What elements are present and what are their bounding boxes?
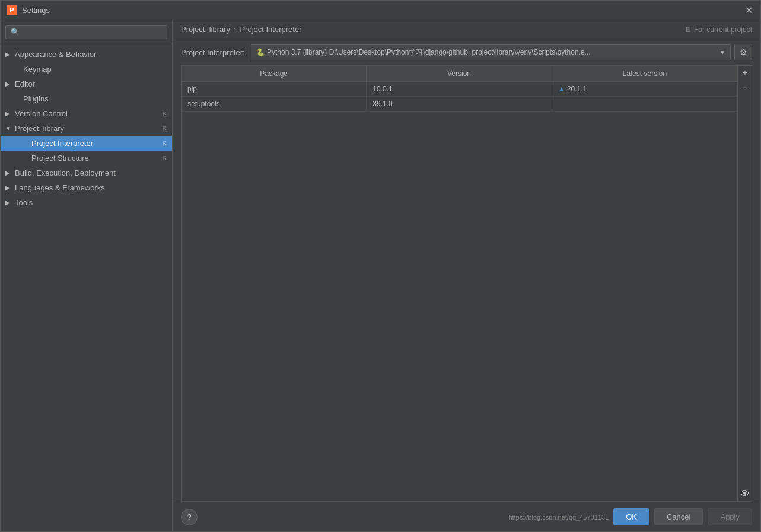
sidebar-item-appearance[interactable]: ▶Appearance & Behavior [1, 47, 172, 62]
sidebar-item-build-execution[interactable]: ▶Build, Execution, Deployment [1, 165, 172, 180]
bottom-bar: ? https://blog.csdn.net/qq_45701131 OK C… [173, 502, 760, 531]
sidebar-arrow-icon: ▶ [5, 110, 14, 117]
sidebar-arrow-icon: ▶ [5, 51, 14, 58]
url-bar: https://blog.csdn.net/qq_45701131 [508, 514, 609, 521]
copy-icon: ⎘ [163, 155, 167, 162]
sidebar-arrow-icon: ▶ [5, 170, 14, 176]
interpreter-settings-button[interactable]: ⚙ [734, 44, 752, 60]
sidebar-item-tools[interactable]: ▶Tools [1, 195, 172, 210]
apply-button[interactable]: Apply [708, 508, 752, 525]
column-latest: Latest version [552, 66, 737, 81]
sidebar-item-project-interpreter[interactable]: Project Interpreter⎘ [1, 136, 172, 151]
sidebar-arrow-icon: ▼ [5, 125, 14, 132]
svg-text:P: P [9, 7, 14, 14]
badge-text: For current project [694, 26, 752, 34]
sidebar-item-label: Appearance & Behavior [15, 50, 167, 59]
copy-icon: ⎘ [163, 125, 167, 132]
sidebar-item-label: Keymap [23, 65, 167, 74]
sidebar-item-label: Tools [15, 198, 167, 207]
badge-icon: 🖥 [684, 26, 692, 34]
latest-version-cell [552, 97, 737, 111]
sidebar-item-keymap[interactable]: Keymap [1, 62, 172, 77]
table-row[interactable]: setuptools39.1.0 [182, 97, 737, 112]
sidebar-item-languages-frameworks[interactable]: ▶Languages & Frameworks [1, 180, 172, 195]
sidebar-item-editor[interactable]: ▶Editor [1, 77, 172, 91]
sidebar-arrow-icon: ▶ [5, 199, 14, 206]
copy-icon: ⎘ [163, 140, 167, 147]
help-icon: ? [187, 512, 191, 521]
latest-version-cell: ▲ 20.1.1 [552, 82, 737, 96]
version-cell: 10.0.1 [367, 82, 552, 96]
table-row[interactable]: pip10.0.1▲ 20.1.1 [182, 82, 737, 97]
sidebar-item-label: Project: library [15, 124, 163, 133]
sidebar-item-label: Build, Execution, Deployment [15, 168, 167, 177]
close-button[interactable]: ✕ [743, 4, 754, 16]
title-bar: P Settings ✕ [1, 1, 760, 20]
sidebar-item-label: Project Structure [31, 154, 163, 163]
ok-button[interactable]: OK [613, 508, 649, 525]
package-cell: pip [182, 82, 367, 96]
sidebar-items: ▶Appearance & BehaviorKeymap▶EditorPlugi… [1, 44, 172, 531]
search-box [1, 20, 172, 44]
dialog-title: Settings [22, 6, 50, 15]
main-content: Project: library › Project Interpreter 🖥… [173, 20, 760, 531]
settings-dialog: P Settings ✕ ▶Appearance & BehaviorKeyma… [0, 0, 761, 532]
help-button[interactable]: ? [181, 509, 198, 525]
sidebar-item-label: Editor [15, 79, 167, 88]
version-cell: 39.1.0 [367, 97, 552, 111]
add-package-button[interactable]: + [738, 66, 752, 80]
sidebar-item-project-library[interactable]: ▼Project: library⎘ [1, 121, 172, 136]
table-header: Package Version Latest version [182, 66, 737, 82]
sidebar-item-plugins[interactable]: Plugins [1, 91, 172, 106]
toggle-eye-button[interactable]: 👁 [738, 487, 752, 501]
interpreter-dropdown[interactable]: 🐍 Python 3.7 (library) D:\Users\Desktop\… [251, 44, 731, 60]
cancel-button[interactable]: Cancel [654, 508, 703, 525]
breadcrumb-current: Project Interpreter [240, 25, 301, 34]
column-package: Package [182, 66, 367, 81]
remove-package-button[interactable]: − [738, 80, 752, 94]
breadcrumb-parent: Project: library [181, 25, 230, 34]
settings-icon: ⚙ [740, 47, 747, 57]
dropdown-arrow-icon: ▼ [719, 49, 725, 56]
current-project-badge: 🖥 For current project [684, 26, 752, 34]
copy-icon: ⎘ [163, 110, 167, 117]
breadcrumb-separator: › [234, 25, 236, 34]
sidebar-item-project-structure[interactable]: Project Structure⎘ [1, 151, 172, 165]
sidebar-arrow-icon: ▶ [5, 81, 14, 87]
package-table: Package Version Latest version pip10.0.1… [182, 66, 737, 501]
sidebar-arrow-icon: ▶ [5, 184, 14, 191]
sidebar-item-label: Languages & Frameworks [15, 183, 167, 192]
app-icon: P [7, 5, 17, 15]
sidebar: ▶Appearance & BehaviorKeymap▶EditorPlugi… [1, 20, 173, 531]
content-area: ▶Appearance & BehaviorKeymap▶EditorPlugi… [1, 20, 760, 531]
table-actions: + − 👁 [737, 66, 752, 501]
sidebar-item-label: Version Control [15, 109, 163, 118]
sidebar-item-label: Project Interpreter [31, 139, 163, 148]
breadcrumb-bar: Project: library › Project Interpreter 🖥… [173, 20, 760, 39]
column-version: Version [367, 66, 552, 81]
sidebar-item-label: Plugins [23, 94, 167, 103]
table-rows-container: pip10.0.1▲ 20.1.1setuptools39.1.0 [182, 82, 737, 112]
package-table-container: Package Version Latest version pip10.0.1… [181, 65, 752, 502]
interpreter-row: Project Interpreter: 🐍 Python 3.7 (libra… [173, 39, 760, 65]
interpreter-value: 🐍 Python 3.7 (library) D:\Users\Desktop\… [256, 47, 717, 58]
package-cell: setuptools [182, 97, 367, 111]
search-input[interactable] [5, 25, 167, 39]
interpreter-label: Project Interpreter: [181, 48, 245, 57]
sidebar-item-version-control[interactable]: ▶Version Control⎘ [1, 106, 172, 121]
